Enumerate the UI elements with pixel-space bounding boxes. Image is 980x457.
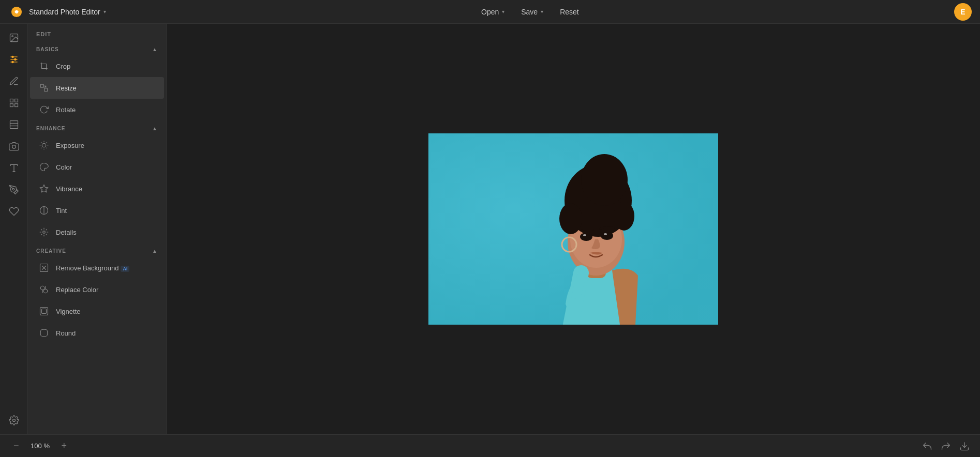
camera-sidebar-icon[interactable] — [4, 136, 24, 156]
icon-sidebar — [0, 24, 28, 434]
tools-panel: EDIT BASICS ▲ Crop — [28, 24, 167, 434]
brush-sidebar-icon[interactable] — [4, 71, 24, 91]
zoom-in-button[interactable]: + — [58, 439, 70, 452]
replace-color-icon — [38, 284, 50, 295]
zoom-out-button[interactable]: − — [10, 439, 22, 452]
tint-tool[interactable]: Tint — [30, 200, 164, 221]
tint-label: Tint — [56, 207, 67, 215]
svg-point-47 — [559, 203, 582, 234]
svg-rect-10 — [14, 99, 18, 102]
svg-point-23 — [42, 143, 46, 147]
grid-sidebar-icon[interactable] — [4, 93, 24, 113]
color-label: Color — [56, 163, 72, 171]
open-button[interactable]: Open ▾ — [476, 6, 510, 18]
round-label: Round — [56, 329, 76, 337]
sliders-sidebar-icon[interactable] — [4, 50, 24, 69]
replace-color-label: Replace Color — [56, 286, 98, 294]
enhance-section-header[interactable]: ENHANCE ▲ — [28, 120, 166, 134]
svg-point-48 — [614, 202, 634, 231]
svg-point-49 — [581, 154, 628, 206]
exposure-label: Exposure — [56, 142, 84, 149]
svg-point-50 — [580, 233, 592, 241]
resize-label: Resize — [56, 84, 77, 92]
svg-point-6 — [11, 56, 13, 57]
resize-tool[interactable]: Resize — [30, 77, 164, 99]
main-area: EDIT BASICS ▲ Crop — [0, 24, 980, 434]
color-tool[interactable]: Color — [30, 156, 164, 178]
basics-collapse-icon: ▲ — [152, 47, 158, 52]
text-sidebar-icon[interactable] — [4, 158, 24, 178]
exposure-icon — [38, 140, 50, 151]
vignette-label: Vignette — [56, 308, 80, 315]
photo-canvas — [428, 133, 718, 325]
topbar: Standard Photo Editor ▾ Open ▾ Save ▾ Re… — [0, 0, 980, 24]
layers-sidebar-icon[interactable] — [4, 115, 24, 134]
creative-collapse-icon: ▲ — [152, 248, 158, 254]
remove-background-tool[interactable]: Remove BackgroundAI — [30, 257, 164, 279]
redo-button[interactable] — [941, 441, 951, 451]
svg-point-33 — [43, 231, 46, 234]
details-icon — [38, 226, 50, 238]
undo-button[interactable] — [922, 441, 932, 451]
svg-point-7 — [14, 58, 16, 60]
rotate-tool[interactable]: Rotate — [30, 99, 164, 120]
tint-icon — [38, 205, 50, 216]
bottom-bar: − 100 % + — [0, 434, 980, 457]
bottom-right-icons — [922, 441, 970, 451]
svg-rect-11 — [10, 104, 13, 107]
resize-icon — [38, 82, 50, 94]
details-label: Details — [56, 229, 77, 236]
svg-rect-13 — [10, 121, 18, 129]
panel-header: EDIT — [28, 24, 166, 41]
ai-badge: AI — [121, 266, 129, 272]
svg-line-31 — [47, 142, 47, 143]
vibrance-label: Vibrance — [56, 185, 82, 193]
canvas-area — [167, 24, 980, 434]
basics-section-header[interactable]: BASICS ▲ — [28, 41, 166, 55]
vignette-tool[interactable]: Vignette — [30, 300, 164, 322]
svg-point-19 — [12, 189, 14, 190]
creative-section-header[interactable]: CREATIVE ▲ — [28, 243, 166, 257]
app-logo[interactable] — [8, 4, 25, 20]
app-title: Standard Photo Editor — [29, 8, 100, 16]
crop-icon — [38, 60, 50, 72]
svg-marker-32 — [40, 185, 48, 192]
svg-point-8 — [11, 61, 13, 63]
reset-button[interactable]: Reset — [555, 6, 584, 18]
rotate-icon — [38, 104, 50, 115]
svg-point-51 — [601, 232, 613, 240]
topbar-center: Open ▾ Save ▾ Reset — [106, 6, 954, 18]
zoom-value: 100 % — [27, 442, 53, 450]
canvas-image — [428, 133, 718, 325]
round-tool[interactable]: Round — [30, 322, 164, 344]
svg-point-20 — [12, 419, 15, 422]
svg-point-36 — [43, 289, 48, 293]
pen-sidebar-icon[interactable] — [4, 180, 24, 200]
save-button[interactable]: Save ▾ — [516, 6, 548, 18]
svg-rect-21 — [40, 84, 43, 87]
crop-tool[interactable]: Crop — [30, 55, 164, 77]
user-avatar[interactable]: E — [954, 3, 972, 21]
svg-line-26 — [41, 142, 41, 143]
crop-label: Crop — [56, 63, 70, 70]
svg-rect-37 — [40, 308, 48, 315]
heart-sidebar-icon[interactable] — [4, 202, 24, 221]
vibrance-tool[interactable]: Vibrance — [30, 178, 164, 200]
download-button[interactable] — [959, 441, 970, 451]
zoom-controls: − 100 % + — [10, 439, 70, 452]
svg-rect-39 — [40, 329, 48, 337]
vibrance-icon — [38, 183, 50, 194]
settings-sidebar-icon[interactable] — [4, 410, 24, 430]
exposure-tool[interactable]: Exposure — [30, 134, 164, 156]
round-icon — [38, 327, 50, 339]
details-tool[interactable]: Details — [30, 221, 164, 243]
replace-color-tool[interactable]: Replace Color — [30, 279, 164, 300]
svg-point-2 — [11, 36, 12, 37]
svg-line-30 — [41, 148, 41, 148]
color-icon — [38, 161, 50, 173]
vignette-icon — [38, 306, 50, 317]
svg-rect-22 — [44, 88, 48, 92]
title-group[interactable]: Standard Photo Editor ▾ — [29, 8, 106, 16]
image-sidebar-icon[interactable] — [4, 28, 24, 48]
svg-rect-38 — [42, 309, 47, 314]
